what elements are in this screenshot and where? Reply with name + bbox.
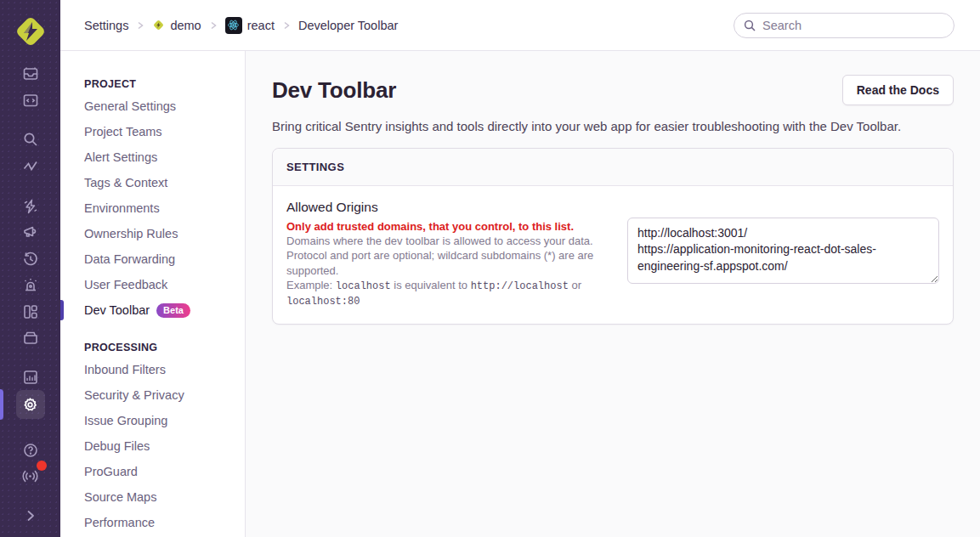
allowed-origins-example: Example: localhost is equivalent to http…: [286, 278, 626, 308]
replays-icon[interactable]: [18, 246, 43, 272]
sidebar-item-alert-settings[interactable]: Alert Settings: [60, 144, 245, 170]
settings-icon[interactable]: [16, 390, 45, 419]
global-sidebar: [0, 0, 60, 537]
breadcrumb-project-label: react: [247, 19, 275, 32]
settings-panel: SETTINGS Allowed Origins Only add truste…: [272, 148, 954, 325]
whats-new-icon[interactable]: [18, 463, 43, 489]
example-code-localhost: localhost: [336, 280, 391, 292]
breadcrumb-org-label: demo: [170, 19, 201, 32]
topbar: Settings demo: [60, 0, 980, 51]
explore-icon[interactable]: [18, 127, 43, 152]
chevron-right-icon: [136, 21, 144, 30]
sidebar-item-inbound-filters[interactable]: Inbound Filters: [60, 357, 245, 382]
dashboards-icon[interactable]: [18, 299, 43, 325]
breadcrumb-settings[interactable]: Settings: [84, 19, 128, 32]
sidebar-section-project: PROJECT: [60, 78, 245, 93]
allowed-origins-help-2: Protocol and port are optional; wildcard…: [286, 248, 626, 278]
main-region: Settings demo: [60, 0, 980, 537]
projects-icon[interactable]: [18, 88, 43, 113]
react-project-icon: [225, 17, 242, 34]
global-search: [734, 13, 955, 38]
feedback-icon[interactable]: [18, 219, 43, 245]
page-description: Bring critical Sentry insights and tools…: [272, 119, 954, 133]
allowed-origins-label: Allowed Origins: [286, 200, 626, 215]
sidebar-item-dev-toolbar[interactable]: Dev Toolbar Beta: [60, 297, 245, 323]
breadcrumb-page: Developer Toolbar: [298, 19, 398, 32]
alerts-icon[interactable]: [18, 273, 43, 298]
collapse-sidebar-icon[interactable]: [18, 503, 43, 529]
sidebar-item-security-privacy[interactable]: Security & Privacy: [60, 382, 245, 408]
sidebar-item-issue-grouping[interactable]: Issue Grouping: [60, 408, 245, 433]
settings-panel-header: SETTINGS: [273, 149, 953, 186]
sidebar-section-processing: PROCESSING: [60, 342, 245, 357]
read-the-docs-button[interactable]: Read the Docs: [842, 75, 954, 105]
allowed-origins-help-1: Domains where the dev toolbar is allowed…: [286, 234, 626, 248]
search-icon: [743, 19, 756, 36]
beta-badge: Beta: [156, 303, 190, 318]
issues-icon[interactable]: [18, 61, 43, 87]
chevron-right-icon: [209, 21, 218, 30]
breadcrumb-org[interactable]: demo: [152, 19, 201, 32]
releases-icon[interactable]: [18, 325, 43, 350]
sidebar-item-performance[interactable]: Performance: [60, 510, 245, 535]
active-nav-indicator: [0, 389, 3, 420]
sidebar-item-ownership-rules[interactable]: Ownership Rules: [60, 221, 245, 246]
sidebar-item-environments[interactable]: Environments: [60, 195, 245, 221]
example-code-http-localhost: http://localhost: [471, 280, 569, 292]
sidebar-item-data-forwarding[interactable]: Data Forwarding: [60, 246, 245, 272]
allowed-origins-warning: Only add trusted domains, that you contr…: [286, 219, 626, 234]
content-area: Dev Toolbar Read the Docs Bring critical…: [246, 51, 980, 537]
sidebar-item-tags-context[interactable]: Tags & Context: [60, 170, 245, 195]
breadcrumb: Settings demo: [84, 17, 398, 34]
breadcrumb-page-label: Developer Toolbar: [298, 19, 398, 32]
page-title: Dev Toolbar: [272, 77, 396, 104]
org-avatar-icon: [152, 19, 165, 31]
sidebar-item-debug-files[interactable]: Debug Files: [60, 433, 245, 459]
sentry-logo[interactable]: [12, 13, 49, 50]
example-code-localhost-80: localhost:80: [286, 296, 360, 308]
chevron-right-icon: [282, 21, 291, 30]
bolt-icon[interactable]: [18, 194, 43, 219]
breadcrumb-project[interactable]: react: [225, 17, 275, 34]
breadcrumb-settings-label: Settings: [84, 19, 128, 32]
sidebar-item-source-maps[interactable]: Source Maps: [60, 484, 245, 510]
sidebar-item-general-settings[interactable]: General Settings: [60, 93, 245, 119]
search-input[interactable]: [734, 13, 955, 38]
sidebar-item-user-feedback[interactable]: User Feedback: [60, 272, 245, 297]
stats-icon[interactable]: [18, 365, 43, 390]
sidebar-item-project-teams[interactable]: Project Teams: [60, 119, 245, 144]
sentry-logo-icon: [13, 14, 48, 49]
allowed-origins-textarea[interactable]: http://localhost:3001/ https://applicati…: [627, 218, 939, 284]
sidebar-item-proguard[interactable]: ProGuard: [60, 459, 245, 484]
settings-sidebar: PROJECT General Settings Project Teams A…: [60, 51, 246, 537]
notification-dot: [37, 461, 47, 471]
help-icon[interactable]: [18, 438, 43, 463]
insights-icon[interactable]: [18, 154, 43, 179]
